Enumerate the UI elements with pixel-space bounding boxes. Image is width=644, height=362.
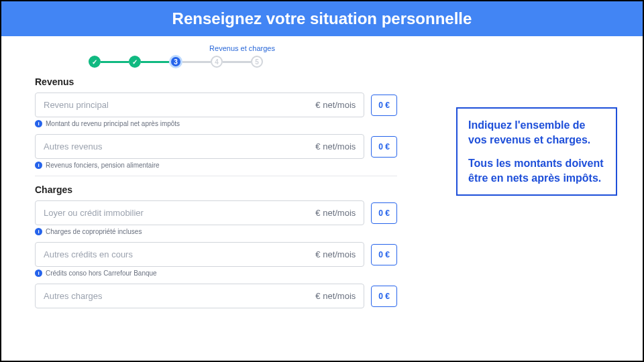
step-4-future[interactable]: 4 bbox=[211, 56, 223, 68]
input-revenu-principal[interactable]: Revenu principal € net/mois bbox=[35, 93, 364, 117]
input-placeholder: Autres crédits en cours bbox=[44, 249, 133, 259]
input-autres-credits[interactable]: Autres crédits en cours € net/mois bbox=[35, 242, 364, 267]
help-row: i Charges de copropriété incluses bbox=[35, 228, 397, 235]
step-number: 4 bbox=[215, 58, 219, 66]
step-2-done[interactable] bbox=[129, 56, 141, 68]
input-suffix: € net/mois bbox=[315, 100, 356, 110]
step-line bbox=[223, 61, 251, 63]
sidebar: Indiquez l'ensemble de vos revenus et ch… bbox=[456, 107, 617, 196]
input-suffix: € net/mois bbox=[315, 291, 356, 301]
instruction-callout: Indiquez l'ensemble de vos revenus et ch… bbox=[456, 107, 617, 196]
help-row: i Montant du revenu principal net après … bbox=[35, 120, 397, 127]
value-badge[interactable]: 0 € bbox=[371, 286, 397, 307]
help-text: Charges de copropriété incluses bbox=[46, 228, 142, 235]
info-icon: i bbox=[35, 269, 42, 277]
info-icon: i bbox=[35, 162, 42, 169]
input-placeholder: Autres revenus bbox=[44, 141, 102, 152]
input-placeholder: Revenu principal bbox=[44, 100, 109, 110]
stepper-container: Revenus et charges 3 4 5 bbox=[35, 42, 397, 68]
field-row-autres-credits: Autres crédits en cours € net/mois 0 € bbox=[35, 242, 397, 267]
input-loyer[interactable]: Loyer ou crédit immobilier € net/mois bbox=[35, 200, 364, 225]
field-row-loyer: Loyer ou crédit immobilier € net/mois 0 … bbox=[35, 200, 397, 225]
input-suffix: € net/mois bbox=[315, 249, 356, 259]
value-badge[interactable]: 0 € bbox=[371, 136, 397, 158]
app-frame: Renseignez votre situation personnelle R… bbox=[0, 0, 644, 362]
value-badge[interactable]: 0 € bbox=[371, 244, 397, 265]
input-suffix: € net/mois bbox=[315, 208, 356, 218]
step-number: 3 bbox=[174, 58, 178, 66]
input-autres-revenus[interactable]: Autres revenus € net/mois bbox=[35, 134, 364, 159]
help-row: i Revenus fonciers, pension alimentaire bbox=[35, 162, 397, 169]
callout-paragraph-2: Tous les montants doivent être en nets a… bbox=[468, 156, 605, 185]
field-row-autres-charges: Autres charges € net/mois 0 € bbox=[35, 284, 397, 308]
input-placeholder: Autres charges bbox=[44, 291, 102, 301]
input-suffix: € net/mois bbox=[315, 141, 356, 152]
step-line bbox=[182, 61, 211, 63]
step-1-done[interactable] bbox=[89, 56, 101, 68]
section-title-charges: Charges bbox=[35, 184, 397, 195]
help-text: Revenus fonciers, pension alimentaire bbox=[46, 162, 160, 169]
step-3-active[interactable]: 3 bbox=[169, 55, 182, 68]
info-icon: i bbox=[35, 228, 42, 235]
step-line bbox=[101, 61, 129, 63]
step-number: 5 bbox=[255, 58, 259, 66]
help-text: Montant du revenu principal net après im… bbox=[46, 120, 180, 127]
help-text: Crédits conso hors Carrefour Banque bbox=[46, 269, 157, 277]
help-row: i Crédits conso hors Carrefour Banque bbox=[35, 269, 397, 277]
field-row-autres-revenus: Autres revenus € net/mois 0 € bbox=[35, 134, 397, 159]
field-row-revenu-principal: Revenu principal € net/mois 0 € bbox=[35, 93, 397, 117]
form-panel: Revenus et charges 3 4 5 Revenus Revenu … bbox=[1, 36, 417, 311]
stepper-label: Revenus et charges bbox=[209, 44, 275, 52]
info-icon: i bbox=[35, 120, 42, 127]
page-header: Renseignez votre situation personnelle bbox=[1, 1, 643, 36]
section-title-revenus: Revenus bbox=[35, 76, 397, 87]
callout-paragraph-1: Indiquez l'ensemble de vos revenus et ch… bbox=[468, 118, 605, 147]
input-placeholder: Loyer ou crédit immobilier bbox=[44, 208, 144, 218]
step-5-future[interactable]: 5 bbox=[251, 56, 263, 68]
input-autres-charges[interactable]: Autres charges € net/mois bbox=[35, 284, 364, 308]
divider bbox=[35, 176, 397, 176]
step-line bbox=[141, 61, 169, 63]
content-area: Revenus et charges 3 4 5 Revenus Revenu … bbox=[1, 36, 643, 311]
check-icon bbox=[92, 58, 97, 66]
check-icon bbox=[132, 58, 138, 66]
stepper: 3 4 5 bbox=[35, 55, 397, 68]
value-badge[interactable]: 0 € bbox=[371, 202, 397, 224]
page-title: Renseignez votre situation personnelle bbox=[172, 9, 472, 27]
value-badge[interactable]: 0 € bbox=[371, 95, 397, 116]
